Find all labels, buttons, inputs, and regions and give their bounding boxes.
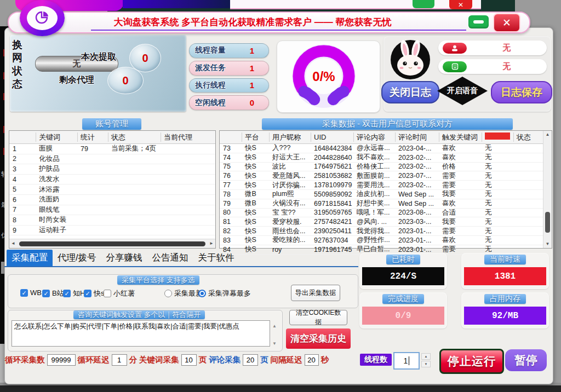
spin-up-icon[interactable]: ▲ (421, 353, 431, 360)
account-table-row[interactable]: 4洗发水 (9, 175, 215, 185)
thread-count-stepper[interactable]: ▲ ▼ (421, 353, 431, 367)
background-minimize-button[interactable] (413, 0, 434, 8)
data-table-row[interactable]: 83快S爱吃辣的...927637034@野性作...2023-01-...喜欢… (220, 236, 543, 245)
account-cell (77, 226, 108, 235)
data-column-header[interactable]: 状态 (513, 132, 541, 142)
tab-3[interactable]: 分享赚钱 (101, 250, 147, 266)
minimize-button[interactable] (468, 15, 489, 28)
platform-radio-item[interactable]: 采集最新 (164, 289, 203, 298)
account-table-row[interactable]: 6洗面奶 (9, 195, 215, 205)
data-column-header[interactable]: 平台 (242, 132, 269, 142)
save-log-button[interactable]: 日志保存 (491, 81, 552, 103)
checkbox-checked[interactable]: ✓ (42, 290, 50, 297)
data-table-row[interactable]: 81快S爱穿校服.2757482421@风向. ...2023-03-...我要… (220, 217, 543, 227)
scroll-up-icon[interactable]: ▲ (272, 324, 277, 328)
background-close-button[interactable]: ✕ (449, 0, 472, 9)
data-column-header[interactable]: 评论内容 (353, 132, 395, 142)
collected-data-table[interactable]: 平台用户昵称UID评论内容评论时间触发关键词状态 73快S入???1648442… (219, 130, 552, 249)
account-cell: 洗面奶 (36, 195, 77, 205)
account-column-header[interactable]: 统计 (77, 132, 108, 142)
radio-checked[interactable] (198, 290, 206, 297)
tab-5[interactable]: 关于软件 (193, 250, 239, 266)
data-cell: 73 (220, 144, 242, 153)
radio[interactable] (164, 290, 172, 297)
checkbox[interactable] (104, 290, 111, 297)
close-log-button[interactable]: 关闭日志 (381, 81, 439, 103)
close-button[interactable]: ✕ (493, 13, 520, 32)
account-table-row[interactable]: 5沐浴露 (9, 185, 215, 195)
clear-cookie-button[interactable]: 清空COOKIE数据 (289, 310, 347, 325)
tab-1[interactable]: 采集配置 (7, 250, 53, 266)
data-column-header[interactable]: 触发关键词 (439, 132, 482, 142)
vscroll-thumb[interactable] (545, 212, 550, 233)
account-hscrollbar[interactable]: ◄ ► (9, 239, 215, 248)
data-table-row[interactable]: 80快S宝 宝??3195059765哦吼！军...2023-08-...合适无 (220, 209, 543, 218)
checkbox-checked[interactable]: ✓ (20, 289, 28, 297)
clear-history-button[interactable]: 清空采集历史 (286, 328, 351, 349)
loop-setting-input[interactable] (47, 354, 76, 366)
account-cell: 3 (9, 164, 36, 174)
loop-setting-input[interactable] (112, 354, 127, 366)
account-cell (77, 164, 108, 174)
data-column-header[interactable] (220, 132, 242, 142)
pause-button[interactable]: 暂停 (505, 349, 547, 371)
loop-setting-input[interactable] (181, 354, 197, 366)
loop-setting-input[interactable] (305, 354, 319, 366)
data-vscrollbar[interactable]: ▲ ▼ (543, 131, 552, 248)
platform-checkbox-item[interactable]: 小红薯 (104, 289, 135, 298)
stat-label: 占用内存 (484, 294, 526, 304)
platform-radio-item[interactable]: 采集弹幕最多 (198, 289, 251, 298)
account-table-row[interactable]: 3护肤品 (9, 164, 215, 175)
export-data-button[interactable]: 导出采集数据 (291, 285, 340, 301)
platform-checkbox-item[interactable]: ✓WB (20, 289, 42, 297)
account-column-header[interactable]: 状态 (108, 132, 161, 142)
data-cell: 2023-01-... (395, 236, 439, 245)
account-table-row[interactable]: 9运动鞋子 (9, 226, 215, 236)
data-column-header[interactable]: UID (311, 132, 353, 142)
data-column-header[interactable]: 评论时间 (395, 132, 439, 142)
scroll-left-icon[interactable]: ◄ (9, 239, 17, 248)
loop-setting-unit: 页 (199, 355, 207, 365)
data-cell: 微B (242, 190, 269, 199)
scroll-down-icon[interactable]: ▼ (543, 240, 552, 248)
account-table-row[interactable]: 1面膜79当前采集；4页 (9, 144, 215, 154)
data-table-row[interactable]: 79微B火锅没有...6971815841好想中奖...Wed Sep ...喜… (220, 199, 543, 209)
account-column-header[interactable] (9, 132, 36, 142)
stop-run-button[interactable]: 停止运行 (439, 349, 504, 374)
keyword-textarea[interactable]: 怎么联系|怎么下单|购买|代理|下单|价格|联系我|喜欢|合适|需要|我要|优惠… (12, 320, 270, 347)
account-table[interactable]: 关键词统计状态当前代理 1面膜79当前采集；4页2化妆品3护肤品4洗发水5沐浴露… (9, 130, 216, 249)
platform-checkbox-item[interactable]: ✓B站 (42, 289, 64, 298)
data-table-row[interactable]: 74快S好运大王...2044828640我不喜欢...2023-02-...喜… (220, 153, 543, 163)
tab-2[interactable]: 代理/拨号 (53, 250, 101, 266)
platform-checkbox-item[interactable]: ✓知H (63, 289, 85, 298)
data-table-row[interactable]: 73快S入???1648442384@永远喜...2023-04-...喜欢无 (220, 144, 543, 153)
scroll-down-icon[interactable]: ▼ (272, 341, 277, 346)
checkbox-checked[interactable]: ✓ (84, 290, 91, 297)
tab-4[interactable]: 公告通知 (147, 250, 193, 266)
loop-setting-input[interactable] (243, 354, 258, 366)
account-table-row[interactable]: 8时尚女装 (9, 215, 215, 226)
hscroll-thumb[interactable] (19, 241, 205, 246)
data-cell: @野性作... (353, 236, 395, 245)
account-table-row[interactable]: 7眼线笔 (9, 205, 215, 216)
data-cell: 6971815841 (311, 199, 353, 208)
data-table-row[interactable]: 82快S雨丝也会...2390250411我觉得我...2023-01-...需… (220, 227, 543, 236)
data-table-row[interactable]: 75快S波比1764975621价格侠工...2023-02-...价格无 (220, 163, 543, 172)
thread-count-input[interactable]: 1 (393, 352, 420, 370)
spin-down-icon[interactable]: ▼ (421, 361, 431, 367)
account-column-header[interactable]: 关键词 (36, 132, 77, 142)
data-table-row[interactable]: 77快S讨厌你骗...1378109979需要用洗...2023-02-...需… (220, 181, 543, 190)
data-column-header-redacted[interactable] (482, 132, 513, 142)
platform-checkbox-item[interactable]: ✓快s (84, 289, 105, 298)
account-table-row[interactable]: 2化妆品 (9, 154, 215, 165)
scroll-right-icon[interactable]: ► (208, 239, 215, 248)
voice-toggle-button[interactable]: 开启语音 (437, 77, 488, 105)
data-column-header[interactable]: 用户昵称 (269, 132, 311, 142)
data-table-row[interactable]: 78微Bplum熙5509859092油皮抗初...Wed Sep ...我要无 (220, 190, 543, 199)
checkbox-checked[interactable]: ✓ (63, 290, 71, 297)
account-column-header[interactable]: 当前代理 (161, 132, 213, 142)
data-table-row[interactable]: 76快S爱意随风...2581053682敷面膜前...2023-07-...需… (220, 171, 543, 181)
scroll-up-icon[interactable]: ▲ (543, 131, 552, 139)
stat-value: 92/MB (464, 307, 546, 325)
thread-stat-label: 执行线程 (195, 80, 250, 90)
